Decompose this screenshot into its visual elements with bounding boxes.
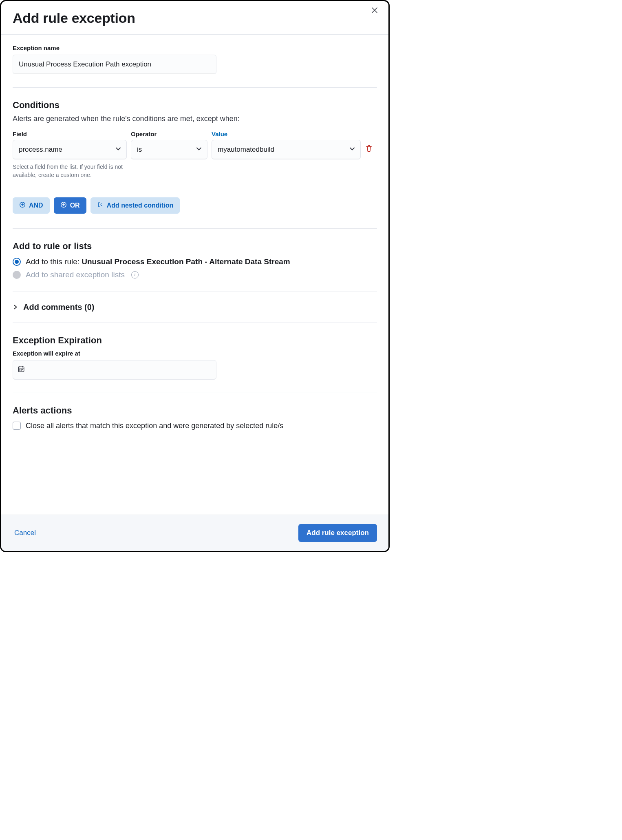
calendar-icon xyxy=(18,365,25,374)
svg-point-2 xyxy=(100,204,101,205)
divider xyxy=(13,87,377,88)
field-help-text: Select a field from the list. If your fi… xyxy=(13,163,127,179)
submit-button[interactable]: Add rule exception xyxy=(298,524,377,542)
divider xyxy=(13,393,377,393)
chevron-right-icon xyxy=(13,303,18,312)
add-to-shared-label: Add to shared exception lists xyxy=(26,270,125,279)
radio-checked-icon xyxy=(13,258,21,266)
close-alerts-label: Close all alerts that match this excepti… xyxy=(26,422,283,430)
conditions-description: Alerts are generated when the rule's con… xyxy=(13,115,377,123)
svg-rect-4 xyxy=(20,369,20,370)
modal-body-scroll[interactable]: Exception name Conditions Alerts are gen… xyxy=(1,34,388,515)
svg-rect-7 xyxy=(20,370,20,371)
add-to-rule-radio[interactable]: Add to this rule: Unusual Process Execut… xyxy=(13,257,377,266)
close-icon xyxy=(371,8,378,15)
trash-icon xyxy=(365,147,373,154)
expiration-date-input[interactable] xyxy=(13,360,216,380)
field-column-label: Field xyxy=(13,130,127,137)
and-button[interactable]: AND xyxy=(13,197,50,214)
value-column-label: Value xyxy=(212,130,361,137)
or-button-label: OR xyxy=(70,202,80,209)
and-button-label: AND xyxy=(29,202,43,209)
condition-row: Field process.name Select a field from t… xyxy=(13,130,377,179)
plus-circle-icon xyxy=(19,201,26,210)
add-to-rule-prefix: Add to this rule: xyxy=(26,257,82,266)
add-to-rule-name: Unusual Process Execution Path - Alterna… xyxy=(82,257,290,266)
condition-button-row: AND OR Add nested condition xyxy=(13,197,377,214)
divider xyxy=(13,323,377,323)
cancel-button[interactable]: Cancel xyxy=(13,527,37,539)
modal-footer: Cancel Add rule exception xyxy=(1,515,388,551)
add-to-rule-label: Add to this rule: Unusual Process Execut… xyxy=(26,257,290,266)
checkbox-unchecked-icon xyxy=(13,422,21,430)
divider xyxy=(13,228,377,229)
svg-rect-5 xyxy=(21,369,22,370)
info-icon[interactable]: i xyxy=(131,271,139,279)
modal-title: Add rule exception xyxy=(13,10,377,26)
value-select[interactable]: myautomatedbuild xyxy=(212,140,361,159)
add-to-radio-group: Add to this rule: Unusual Process Execut… xyxy=(13,257,377,279)
conditions-title: Conditions xyxy=(13,100,377,111)
exception-name-input[interactable] xyxy=(13,55,216,74)
svg-rect-8 xyxy=(21,370,22,371)
or-button[interactable]: OR xyxy=(54,197,86,214)
expiration-title: Exception Expiration xyxy=(13,335,377,346)
close-alerts-checkbox-row[interactable]: Close all alerts that match this excepti… xyxy=(13,422,377,430)
add-to-title: Add to rule or lists xyxy=(13,241,377,252)
radio-disabled-icon xyxy=(13,271,21,279)
operator-column-label: Operator xyxy=(131,130,207,137)
add-nested-button[interactable]: Add nested condition xyxy=(90,197,180,214)
operator-select-value: is xyxy=(137,146,142,154)
operator-select[interactable]: is xyxy=(131,140,207,159)
exception-name-label: Exception name xyxy=(13,44,377,51)
expiration-label: Exception will expire at xyxy=(13,350,377,357)
add-comments-label: Add comments (0) xyxy=(23,303,94,312)
field-select[interactable]: process.name xyxy=(13,140,127,159)
divider xyxy=(1,34,388,35)
add-comments-accordion[interactable]: Add comments (0) xyxy=(13,292,377,323)
chevron-down-icon xyxy=(115,146,121,154)
value-select-value: myautomatedbuild xyxy=(218,146,274,154)
svg-rect-6 xyxy=(22,369,23,370)
alerts-actions-title: Alerts actions xyxy=(13,405,377,416)
close-button[interactable] xyxy=(371,7,381,17)
add-to-shared-radio: Add to shared exception lists i xyxy=(13,270,377,279)
field-select-value: process.name xyxy=(19,146,62,154)
plus-circle-icon xyxy=(60,201,67,210)
chevron-down-icon xyxy=(196,146,202,154)
nested-icon xyxy=(97,201,104,210)
add-nested-label: Add nested condition xyxy=(107,202,174,209)
modal-header: Add rule exception xyxy=(1,1,388,34)
chevron-down-icon xyxy=(349,146,355,154)
delete-condition-button[interactable] xyxy=(365,144,377,154)
